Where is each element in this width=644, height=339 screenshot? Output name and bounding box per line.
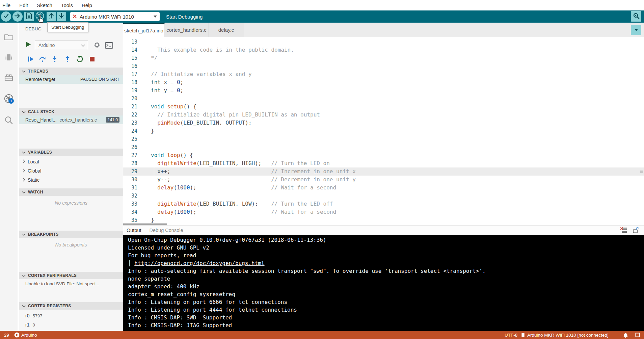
debug-settings-button[interactable]: [93, 42, 101, 50]
code-line-23[interactable]: 23 pinMode(LED_BUILTIN, OUTPUT);: [123, 119, 644, 127]
code-line-24[interactable]: 24}: [123, 127, 644, 135]
tab-output[interactable]: Output: [127, 228, 141, 233]
line-number: 19: [123, 86, 140, 95]
sidebar-item-search[interactable]: [4, 115, 14, 126]
cursor-line-indicator[interactable]: 29: [4, 331, 9, 339]
menu-item-tools[interactable]: Tools: [61, 2, 73, 8]
step-out-button[interactable]: [64, 55, 71, 63]
code-line-26[interactable]: 26: [123, 143, 644, 151]
register-value: 0: [32, 322, 35, 328]
search-view-icon: [4, 121, 14, 127]
code-editor[interactable]: 1314 This example code is in the public …: [123, 37, 644, 225]
sidebar-item-sketchbook[interactable]: [4, 32, 14, 42]
code-line-22[interactable]: 22 // Initialize digital pin LED_BUILTIN…: [123, 111, 644, 119]
feedback-icon[interactable]: [635, 331, 640, 339]
thread-row[interactable]: Remote target PAUSED ON START: [19, 75, 123, 84]
verify-button[interactable]: [1, 11, 11, 22]
app-name[interactable]: Arduino: [21, 331, 37, 339]
register-row-r0[interactable]: r05797: [19, 311, 123, 320]
menu-item-help[interactable]: Help: [82, 2, 92, 8]
console-text: Info : Listening on port 6666 for tcl co…: [128, 299, 287, 305]
step-over-button[interactable]: [39, 55, 46, 63]
indent-guide: [154, 111, 154, 119]
threads-section-header[interactable]: THREADS: [19, 68, 123, 75]
sidebar-item-debug[interactable]: 1: [4, 94, 14, 104]
code-line-15[interactable]: 15*/: [123, 54, 644, 62]
indent-guide: [154, 46, 154, 54]
new-sketch-button[interactable]: [24, 12, 34, 21]
debug-console-button[interactable]: [105, 42, 113, 50]
bell-icon[interactable]: [623, 331, 628, 339]
upload-button[interactable]: [12, 11, 23, 22]
code-text: y--; // Decrement in one unit y: [151, 176, 356, 184]
scroll-lock-button[interactable]: [633, 227, 639, 235]
tab-debug-console[interactable]: Debug Console: [150, 228, 183, 233]
open-editors-dropdown[interactable]: [631, 25, 641, 35]
code-line-33[interactable]: 33 digitalWrite(LED_BUILTIN, LOW); // Tu…: [123, 200, 644, 208]
console-line: adapter speed: 400 kHz: [128, 283, 644, 290]
code-line-27[interactable]: 27void loop() {: [123, 151, 644, 159]
output-console[interactable]: Open On-Chip Debugger 0.10.0+dev-gf0767a…: [123, 235, 644, 331]
code-line-13[interactable]: 13: [123, 38, 644, 46]
code-line-19[interactable]: 19int y = 0;: [123, 86, 644, 95]
export-button[interactable]: [47, 12, 56, 21]
menu-item-file[interactable]: File: [2, 2, 10, 8]
menu-item-edit[interactable]: Edit: [19, 2, 28, 8]
code-line-21[interactable]: 21void setup() {: [123, 103, 644, 111]
code-line-16[interactable]: 16: [123, 62, 644, 70]
editor-horizontal-scrollbar[interactable]: [123, 224, 167, 225]
editor-tab-delay.c[interactable]: delay.c: [209, 23, 244, 37]
continue-button[interactable]: [27, 55, 34, 63]
line-number: 33: [123, 200, 140, 208]
code-line-17[interactable]: 17// Initialize variables x and y: [123, 70, 644, 78]
board-selector[interactable]: Arduino MKR WiFi 1010: [70, 12, 160, 21]
code-line-31[interactable]: 31 delay(1000); // Wait for a second: [123, 184, 644, 192]
search-button[interactable]: [631, 11, 641, 22]
code-text: // Initialize variables x and y: [151, 70, 252, 78]
breakpoints-section-header[interactable]: BREAKPOINTS: [19, 231, 123, 238]
board-status[interactable]: Arduino MKR WiFi 1010 [not connected]: [527, 331, 609, 339]
variables-item-local[interactable]: Local: [19, 157, 123, 166]
encoding-indicator[interactable]: UTF-8: [505, 331, 517, 339]
code-line-20[interactable]: 20: [123, 95, 644, 103]
editor-tab-cortex_handlers.c[interactable]: cortex_handlers.c: [165, 23, 209, 37]
callstack-section-header[interactable]: CALL STACK: [19, 108, 123, 115]
step-into-button[interactable]: [51, 55, 58, 63]
code-line-28[interactable]: 28 digitalWrite(LED_BUILTIN, HIGH); // T…: [123, 159, 644, 167]
sidebar-item-library-manager[interactable]: [4, 73, 14, 83]
code-line-30[interactable]: 30 y--; // Decrement in one unit y: [123, 176, 644, 184]
sidebar-item-boards-manager[interactable]: [4, 52, 14, 62]
variables-section-header[interactable]: VARIABLES: [19, 149, 123, 156]
cortex-registers-section-header[interactable]: CORTEX REGISTERS: [19, 302, 123, 310]
import-button[interactable]: [57, 12, 66, 21]
console-link[interactable]: http://openocd.org/doc/doxygen/bugs.html: [134, 260, 264, 266]
editor-tab-sketch_jul17a.ino[interactable]: sketch_jul17a.ino: [123, 23, 165, 37]
debug-launch-button[interactable]: [26, 42, 31, 49]
code-line-14[interactable]: 14 This example code is in the public do…: [123, 46, 644, 54]
variables-item-static[interactable]: Static: [19, 176, 123, 184]
play-icon: [26, 43, 31, 48]
restart-button[interactable]: [76, 55, 83, 63]
code-line-18[interactable]: 18int x = 0;: [123, 78, 644, 86]
code-line-32[interactable]: 32: [123, 192, 644, 200]
code-token: setup: [167, 103, 183, 110]
code-line-34[interactable]: 34 delay(1000); // Wait for a second: [123, 208, 644, 216]
line-number: 14: [123, 46, 140, 54]
indent-guide: [154, 167, 154, 176]
debug-config-select[interactable]: Arduino: [35, 41, 88, 50]
variables-item-global[interactable]: Global: [19, 166, 123, 175]
code-line-35[interactable]: 35}: [123, 216, 644, 224]
watch-section-header[interactable]: WATCH: [19, 188, 123, 196]
stop-button[interactable]: [88, 55, 96, 63]
cortex-peripherals-section-header[interactable]: CORTEX PERIPHERALS: [19, 272, 123, 279]
console-text: Info : CMSIS-DAP: SWD Supported: [128, 314, 232, 321]
callstack-frame-row[interactable]: Reset_Handl... cortex_handlers.c 141:0: [19, 115, 123, 124]
code-token: y =: [161, 87, 177, 94]
menu-item-sketch[interactable]: Sketch: [37, 2, 52, 8]
console-line: Info : auto-selecting first available se…: [128, 267, 644, 275]
code-token: */: [151, 55, 157, 61]
code-line-25[interactable]: 25: [123, 135, 644, 143]
code-line-29[interactable]: 29 x++; // Increment in one unit x: [123, 167, 644, 176]
clear-output-button[interactable]: [620, 227, 627, 235]
register-row-r1[interactable]: r10: [19, 320, 123, 329]
